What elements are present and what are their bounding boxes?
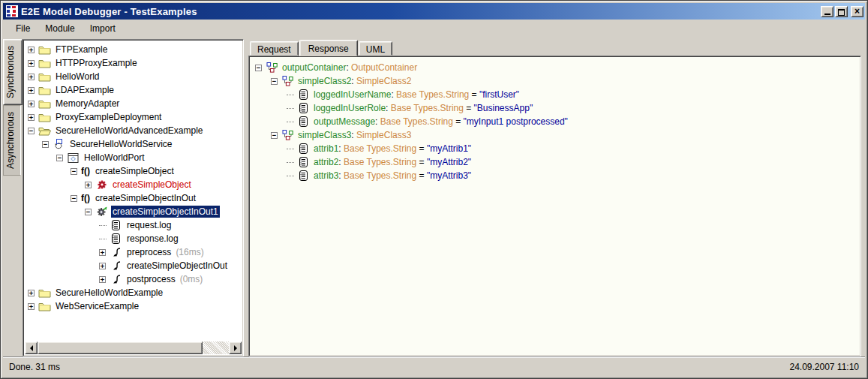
collapse-icon[interactable]: − bbox=[71, 168, 77, 175]
tree-item-label[interactable]: createSimpleObject bbox=[94, 165, 176, 177]
folder-icon bbox=[38, 98, 51, 110]
tree-item-label[interactable]: FTPExample bbox=[54, 44, 109, 56]
collapse-icon[interactable]: − bbox=[271, 132, 278, 139]
tree-row: request.log bbox=[26, 218, 242, 232]
status-datetime: 24.09.2007 11:10 bbox=[782, 362, 859, 372]
collapse-icon[interactable]: − bbox=[71, 195, 77, 202]
tree-row: loggedInUserName: Base Types.String = "f… bbox=[254, 88, 860, 101]
tree-item-label[interactable]: SecureHelloWorldService bbox=[68, 138, 174, 150]
status-bar: Done. 31 ms 24.09.2007 11:10 bbox=[3, 356, 865, 376]
tree-row: −simpleClass3: SimpleClass3 bbox=[254, 128, 860, 142]
detail-tabs: RequestResponseUML bbox=[248, 39, 861, 56]
triangle-left-icon bbox=[27, 345, 33, 351]
minimize-button[interactable] bbox=[821, 6, 833, 17]
tree-connector bbox=[287, 162, 294, 163]
tree-item-label[interactable]: HelloWorldPort bbox=[83, 152, 146, 164]
function-icon: f() bbox=[81, 166, 90, 177]
tree-item-label[interactable]: ProxyExampleDeployment bbox=[54, 111, 163, 123]
expand-icon[interactable]: + bbox=[28, 303, 35, 310]
scroll-right-button[interactable] bbox=[229, 341, 242, 354]
tree-row: +FTPExample bbox=[26, 43, 242, 56]
attribute-label[interactable]: loggedInUserRole: Base Types.String = "B… bbox=[313, 103, 533, 113]
attribute-label[interactable]: attrib1: Base Types.String = "myAttrib1" bbox=[313, 143, 471, 154]
attribute-label[interactable]: simpleClass2: SimpleClass2 bbox=[297, 76, 411, 86]
close-button[interactable]: × bbox=[851, 6, 863, 17]
tree-item-label[interactable]: preprocess bbox=[125, 246, 173, 258]
collapse-icon[interactable]: − bbox=[271, 78, 278, 85]
expand-icon[interactable]: + bbox=[99, 276, 106, 283]
expand-icon[interactable]: + bbox=[28, 101, 35, 107]
folder-icon bbox=[38, 112, 51, 123]
tab-request[interactable]: Request bbox=[250, 41, 299, 56]
tree-item-label[interactable]: SecureHelloWorldExample bbox=[54, 287, 164, 299]
tree-row: +HTTPProxyExample bbox=[26, 56, 242, 70]
attribute-label[interactable]: outputContainer: OutputContainer bbox=[281, 62, 417, 73]
tree-row: +ProxyExampleDeployment bbox=[26, 110, 242, 124]
folder-icon bbox=[38, 85, 51, 96]
expand-icon[interactable]: + bbox=[28, 87, 35, 94]
menu-bar: FileModuleImport bbox=[3, 20, 865, 38]
collapse-icon[interactable]: − bbox=[56, 155, 63, 161]
attribute-label[interactable]: attrib2: Base Types.String = "myAttrib2" bbox=[313, 157, 471, 167]
expand-icon[interactable]: + bbox=[28, 114, 35, 121]
tab-response[interactable]: Response bbox=[299, 40, 358, 56]
duration-badge: (0ms) bbox=[180, 274, 203, 284]
collapse-icon[interactable]: − bbox=[85, 209, 92, 215]
scroll-left-button[interactable] bbox=[25, 341, 38, 354]
folder-icon bbox=[38, 44, 51, 56]
attribute-label[interactable]: simpleClass3: SimpleClass3 bbox=[297, 130, 411, 140]
scrollbar-track[interactable] bbox=[203, 341, 229, 354]
attribute-label[interactable]: loggedInUserName: Base Types.String = "f… bbox=[313, 89, 519, 100]
side-tab-synchronous[interactable]: Synchronous bbox=[3, 39, 23, 105]
expand-icon[interactable]: + bbox=[28, 60, 35, 67]
tree-row: −f()createSimpleObject bbox=[26, 164, 242, 178]
tree-item-label[interactable]: LDAPExample bbox=[54, 84, 116, 96]
expand-icon[interactable]: + bbox=[99, 249, 106, 256]
tree-item-label[interactable]: createSimpleObjectInOut1 bbox=[111, 206, 220, 218]
collapse-icon[interactable]: − bbox=[28, 128, 35, 134]
horizontal-scrollbar[interactable] bbox=[25, 341, 242, 354]
tree-row: −SecureHelloWorldService bbox=[26, 137, 242, 151]
tree-row: attrib3: Base Types.String = "myAttrib3" bbox=[254, 169, 860, 182]
tree-row: −SecureHelloWorldAdvancedExample bbox=[26, 124, 242, 137]
tree-item-label[interactable]: HTTPProxyExample bbox=[54, 57, 139, 69]
folder-icon bbox=[38, 58, 51, 69]
tree-item-label[interactable]: request.log bbox=[125, 219, 173, 231]
expand-icon[interactable]: + bbox=[28, 74, 35, 80]
status-message: Done. 31 ms bbox=[9, 362, 60, 372]
attribute-label[interactable]: outputMessage: Base Types.String = "myIn… bbox=[313, 116, 568, 127]
expand-icon[interactable]: + bbox=[28, 290, 35, 296]
scrollbar-thumb[interactable] bbox=[38, 341, 203, 354]
tree-row: −f()createSimpleObjectInOut bbox=[26, 191, 242, 205]
tree-item-label[interactable]: SecureHelloWorldAdvancedExample bbox=[54, 125, 205, 137]
attr-icon bbox=[297, 157, 310, 168]
expand-icon[interactable]: + bbox=[85, 182, 92, 188]
tree-item-label[interactable]: response.log bbox=[125, 233, 180, 245]
folder-icon bbox=[38, 287, 51, 299]
title-bar[interactable]: E2E Model Debugger - TestExamples × bbox=[3, 3, 865, 20]
menu-file[interactable]: File bbox=[9, 22, 37, 35]
collapse-icon[interactable]: − bbox=[42, 141, 49, 148]
tree-connector bbox=[287, 95, 294, 95]
tree-item-label[interactable]: postprocess bbox=[125, 273, 177, 285]
tree-item-label[interactable]: createSimpleObjectInOut bbox=[125, 260, 229, 272]
response-tree: −outputContainer: OutputContainer−simple… bbox=[248, 56, 861, 356]
menu-module[interactable]: Module bbox=[38, 22, 81, 35]
menu-import[interactable]: Import bbox=[83, 22, 122, 35]
service-icon bbox=[53, 139, 65, 150]
tree-item-label[interactable]: createSimpleObjectInOut bbox=[94, 192, 197, 204]
attribute-label[interactable]: attrib3: Base Types.String = "myAttrib3" bbox=[313, 170, 471, 181]
expand-icon[interactable]: + bbox=[28, 47, 35, 53]
expand-icon[interactable]: + bbox=[99, 263, 106, 269]
tree-item-label[interactable]: WebServiceExample bbox=[54, 300, 140, 312]
tree-row: loggedInUserRole: Base Types.String = "B… bbox=[254, 101, 860, 115]
tree-item-label[interactable]: createSimpleObject bbox=[111, 179, 193, 191]
class-icon bbox=[281, 130, 294, 141]
side-tab-asynchronous[interactable]: Asynchronous bbox=[3, 105, 21, 176]
attr-icon bbox=[297, 170, 310, 182]
tree-item-label[interactable]: MemoryAdapter bbox=[54, 98, 121, 110]
maximize-button[interactable] bbox=[835, 6, 848, 17]
tab-uml[interactable]: UML bbox=[359, 41, 392, 56]
collapse-icon[interactable]: − bbox=[255, 65, 262, 71]
tree-item-label[interactable]: HelloWorld bbox=[54, 71, 101, 83]
